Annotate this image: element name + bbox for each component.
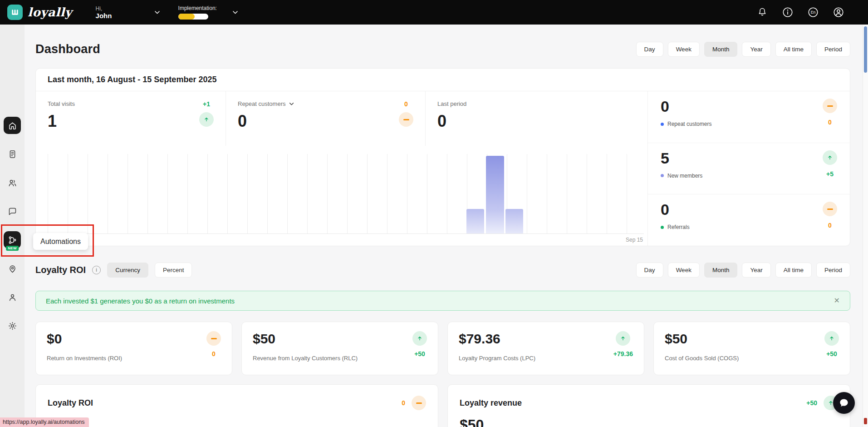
arrow-up-icon bbox=[829, 335, 835, 342]
chat-icon bbox=[8, 207, 17, 216]
side-stat-value: 0 bbox=[661, 98, 711, 115]
stat-total-visits-label: Total visits bbox=[48, 100, 75, 107]
rlc-card-value: $50 bbox=[253, 331, 358, 347]
language-button[interactable]: En bbox=[806, 5, 820, 19]
page-scrollbar[interactable] bbox=[863, 25, 868, 427]
greeting-name: John bbox=[96, 12, 112, 20]
side-stat-delta: 0 bbox=[828, 119, 832, 126]
scrollbar-thumb[interactable] bbox=[864, 26, 867, 73]
cogs-card: $50 Cost of Goods Sold (COGS) +50 bbox=[653, 322, 850, 375]
loyalty-revenue-card: Loyalty revenue +50 $50 bbox=[447, 384, 850, 427]
roi-filter-month-button[interactable]: Month bbox=[704, 263, 738, 278]
rlc-card-delta: +50 bbox=[414, 350, 425, 357]
loyalty-roi-bottom-title: Loyalty ROI bbox=[48, 398, 93, 408]
notifications-button[interactable] bbox=[755, 5, 769, 19]
minus-icon bbox=[827, 105, 833, 107]
trend-up-badge bbox=[824, 331, 839, 346]
info-icon[interactable]: i bbox=[92, 266, 101, 274]
roi-filter-year-button[interactable]: Year bbox=[742, 263, 770, 278]
roi-filter-alltime-button[interactable]: All time bbox=[775, 263, 812, 278]
sidebar-item-profile[interactable] bbox=[4, 288, 21, 306]
implementation-progress-bar bbox=[178, 14, 208, 20]
stat-total-visits-value: 1 bbox=[48, 112, 75, 131]
scrollbar-marker bbox=[864, 418, 867, 424]
roi-card-value: $0 bbox=[47, 331, 122, 347]
sidebar-item-home[interactable] bbox=[4, 117, 21, 134]
legend-dot-referrals bbox=[661, 226, 664, 229]
roi-filter-period-button[interactable]: Period bbox=[816, 263, 850, 278]
chart-bar bbox=[466, 209, 484, 233]
side-stat-referrals: 0 Referrals 0 bbox=[648, 194, 850, 246]
currency-toggle-button[interactable]: Currency bbox=[107, 263, 148, 278]
minus-icon bbox=[403, 119, 409, 120]
implementation-label: Implementation: bbox=[178, 5, 217, 11]
stat-last-period-value: 0 bbox=[437, 112, 466, 131]
roi-filter-day-button[interactable]: Day bbox=[636, 263, 663, 278]
new-badge: NEW bbox=[6, 246, 19, 251]
sidebar-item-customers[interactable] bbox=[4, 174, 21, 191]
stat-repeat-customers-label: Repeat customers bbox=[238, 100, 286, 107]
roi-filter-week-button[interactable]: Week bbox=[668, 263, 700, 278]
home-icon bbox=[8, 121, 17, 130]
roi-card-delta: 0 bbox=[212, 350, 216, 357]
account-icon bbox=[833, 6, 844, 18]
trend-flat-badge bbox=[399, 112, 413, 127]
filter-alltime-button[interactable]: All time bbox=[775, 42, 812, 57]
arrow-up-icon bbox=[620, 335, 626, 342]
side-stat-value: 5 bbox=[661, 149, 702, 167]
side-stat-new-members: 5 New members +5 bbox=[648, 143, 850, 194]
filter-period-button[interactable]: Period bbox=[816, 42, 850, 57]
side-stat-label: Repeat customers bbox=[667, 121, 711, 127]
trend-flat-badge bbox=[823, 99, 837, 113]
roi-alert-banner: Each invested $1 generates you $0 as a r… bbox=[35, 291, 850, 311]
loyalty-roi-bottom-delta: 0 bbox=[402, 399, 405, 407]
filter-year-button[interactable]: Year bbox=[742, 42, 770, 57]
brand-wordmark: loyally bbox=[28, 5, 72, 19]
chart-bar bbox=[486, 156, 504, 233]
chat-bubble-icon bbox=[839, 397, 849, 408]
info-icon bbox=[782, 6, 794, 18]
page-title: Dashboard bbox=[35, 42, 100, 56]
stat-total-visits-delta: +1 bbox=[203, 100, 210, 108]
filter-month-button[interactable]: Month bbox=[704, 42, 738, 57]
chart-bar bbox=[505, 209, 523, 233]
loyally-logo-icon bbox=[10, 8, 20, 17]
roi-card: $0 Return on Investments (ROI) 0 bbox=[35, 322, 232, 375]
lpc-card-delta: +79.36 bbox=[613, 350, 633, 357]
stat-last-period: Last period 0 bbox=[426, 91, 647, 146]
app-logo[interactable] bbox=[7, 5, 23, 20]
sidebar-item-chat[interactable] bbox=[4, 203, 21, 220]
side-stat-delta: 0 bbox=[828, 222, 832, 229]
greeting-hi: Hi, bbox=[96, 5, 112, 12]
sidebar-item-locations[interactable] bbox=[4, 260, 21, 277]
account-button[interactable] bbox=[832, 5, 845, 19]
user-menu[interactable]: Hi, John bbox=[96, 5, 160, 20]
implementation-progress-fill bbox=[178, 14, 195, 20]
roi-period-filters: Day Week Month Year All time Period bbox=[636, 263, 850, 278]
trend-up-badge bbox=[199, 112, 214, 127]
sidebar-item-billing[interactable] bbox=[4, 145, 21, 163]
trend-up-badge bbox=[412, 331, 427, 346]
close-icon[interactable]: ✕ bbox=[834, 297, 840, 304]
filter-day-button[interactable]: Day bbox=[636, 42, 663, 57]
stat-repeat-customers-dropdown[interactable]: Repeat customers bbox=[238, 100, 294, 107]
lpc-card-label: Loyalty Program Costs (LPC) bbox=[459, 355, 535, 362]
cogs-card-label: Cost of Goods Sold (COGS) bbox=[665, 355, 739, 362]
chat-widget-button[interactable] bbox=[833, 392, 855, 414]
help-button[interactable] bbox=[781, 5, 794, 19]
chevron-down-icon bbox=[232, 10, 238, 15]
legend-dot-repeat-customers bbox=[661, 123, 664, 126]
sidebar-item-settings[interactable] bbox=[4, 317, 21, 334]
sidebar-item-automations[interactable]: NEW bbox=[4, 231, 21, 248]
side-stat-label: New members bbox=[667, 173, 702, 179]
cogs-card-delta: +50 bbox=[826, 350, 837, 357]
receipt-icon bbox=[8, 149, 17, 159]
chevron-down-icon bbox=[289, 102, 294, 106]
implementation-menu[interactable]: Implementation: bbox=[178, 5, 238, 20]
visits-chart-plot bbox=[48, 154, 644, 234]
loyalty-roi-bottom-card: Loyalty ROI 0 $0 bbox=[35, 384, 438, 427]
percent-toggle-button[interactable]: Percent bbox=[155, 263, 192, 278]
filter-week-button[interactable]: Week bbox=[668, 42, 700, 57]
trend-flat-badge bbox=[823, 202, 837, 216]
visits-chart: Aug 16 Sep 15 bbox=[48, 154, 644, 246]
